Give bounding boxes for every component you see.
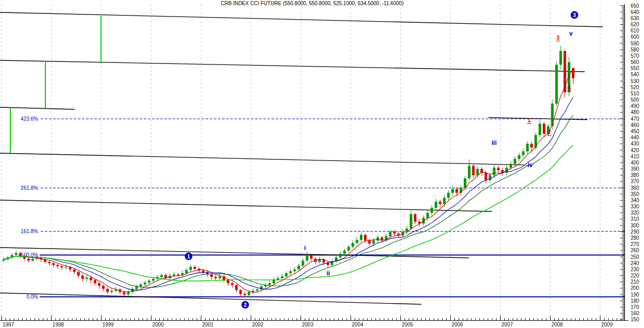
candle-2002-07 <box>277 278 279 279</box>
wave-red-4: 4 <box>568 85 571 91</box>
price-label-390: 390 <box>631 166 639 172</box>
candle-2006-11 <box>493 168 496 175</box>
axes: 1997199819992000200120022003200420052006… <box>0 3 639 328</box>
wave-red-3: 3 <box>556 35 560 41</box>
candle-2003-12 <box>347 247 350 251</box>
price-label-590: 590 <box>631 41 639 46</box>
price-label-260: 260 <box>631 248 639 253</box>
price-label-210: 210 <box>631 279 639 285</box>
candle-2003-02 <box>306 255 309 260</box>
price-label-320: 320 <box>631 210 639 216</box>
candle-2002-10 <box>289 271 292 273</box>
candle-1999-07 <box>127 292 130 294</box>
price-label-380: 380 <box>631 172 639 178</box>
price-label-490: 490 <box>631 103 639 109</box>
year-gridlines <box>2 4 600 320</box>
price-label-510: 510 <box>631 91 639 96</box>
candle-2007-06 <box>522 151 524 155</box>
price-label-220: 220 <box>631 273 639 278</box>
candle-2005-04 <box>414 214 416 222</box>
candle-2008-06 <box>572 68 574 78</box>
candle-2007-04 <box>514 159 516 164</box>
candle-2007-08 <box>530 144 533 147</box>
year-label-1999: 1999 <box>103 322 114 327</box>
candle-2000-11 <box>194 267 196 269</box>
candle-2005-03 <box>410 214 412 228</box>
price-label-150: 150 <box>631 317 639 322</box>
chart-window: CRB INDEX CCI FUTURE (550.8000, 550.8000… <box>0 0 644 328</box>
candle-2008-03 <box>560 51 562 65</box>
year-label-2007: 2007 <box>501 322 513 327</box>
ma-line-30 <box>4 145 573 281</box>
price-label-600: 600 <box>631 34 639 40</box>
price-label-450: 450 <box>631 128 639 134</box>
price-label-410: 410 <box>631 154 639 159</box>
candle-1998-04 <box>65 267 67 268</box>
price-label-520: 520 <box>631 85 639 90</box>
fib-label-161.8%: 161.8% <box>21 228 38 234</box>
price-label-580: 580 <box>631 47 639 53</box>
wave-red-4: 4 <box>567 85 571 91</box>
candle-2005-08 <box>431 208 433 213</box>
channel-3a <box>0 107 75 109</box>
candle-2000-06 <box>173 274 175 275</box>
price-label-420: 420 <box>631 147 639 153</box>
candle-1997-12 <box>48 262 50 263</box>
candle-2007-07 <box>526 144 529 152</box>
candle-2002-11 <box>293 269 296 271</box>
candle-2006-06 <box>472 166 474 175</box>
price-label-280: 280 <box>631 235 639 241</box>
price-label-270: 270 <box>631 241 639 247</box>
year-label-1997: 1997 <box>3 322 14 327</box>
candle-2006-02 <box>455 189 458 193</box>
candle-2008-01 <box>551 104 554 126</box>
candle-2001-03 <box>210 274 213 277</box>
candle-1998-08 <box>81 276 84 279</box>
green-spike-lines <box>10 16 101 153</box>
candle-2006-04 <box>464 178 466 188</box>
candle-1998-11 <box>94 280 96 283</box>
candle-2003-03 <box>310 255 313 258</box>
price-label-620: 620 <box>631 22 639 27</box>
candle-1999-10 <box>140 285 142 287</box>
candle-2001-08 <box>231 283 233 285</box>
fib-label-423.6%: 423.6% <box>21 116 38 122</box>
ma-line-5 <box>4 70 573 292</box>
price-label-170: 170 <box>631 304 639 310</box>
price-label-240: 240 <box>631 260 639 266</box>
candle-2002-08 <box>281 276 283 278</box>
ma-line-15 <box>4 115 573 287</box>
candle-2003-05 <box>318 259 321 262</box>
price-label-530: 530 <box>631 78 639 84</box>
price-label-310: 310 <box>631 216 639 222</box>
wave-circle-3: 3 <box>571 11 578 19</box>
price-label-180: 180 <box>631 298 639 304</box>
wave-red-1: 1 <box>528 117 531 123</box>
fib-label-261.8%: 261.8% <box>21 185 38 191</box>
candle-1997-05 <box>19 253 22 256</box>
candle-2006-01 <box>451 189 454 193</box>
price-label-350: 350 <box>631 191 639 197</box>
wave-circle-3: 3 <box>573 12 576 18</box>
candle-1998-12 <box>98 283 100 286</box>
candle-1998-06 <box>73 269 76 272</box>
candle-2001-11 <box>244 294 246 295</box>
candle-2006-09 <box>485 173 487 181</box>
price-label-330: 330 <box>631 204 639 209</box>
candle-2004-06 <box>372 240 375 243</box>
year-label-2006: 2006 <box>451 322 463 327</box>
candle-2002-03 <box>260 286 263 289</box>
candle-1998-03 <box>60 266 63 267</box>
price-label-440: 440 <box>631 135 639 140</box>
candle-2004-11 <box>393 232 396 234</box>
year-label-2000: 2000 <box>152 322 164 327</box>
candle-2005-10 <box>439 202 442 204</box>
price-label-160: 160 <box>631 310 639 316</box>
candle-1999-03 <box>110 291 113 292</box>
price-label-250: 250 <box>631 254 639 260</box>
price-label-200: 200 <box>631 285 639 291</box>
ma-line-10 <box>4 97 573 290</box>
price-label-370: 370 <box>631 178 639 184</box>
candle-2004-03 <box>360 235 362 240</box>
candle-1998-02 <box>56 265 59 266</box>
